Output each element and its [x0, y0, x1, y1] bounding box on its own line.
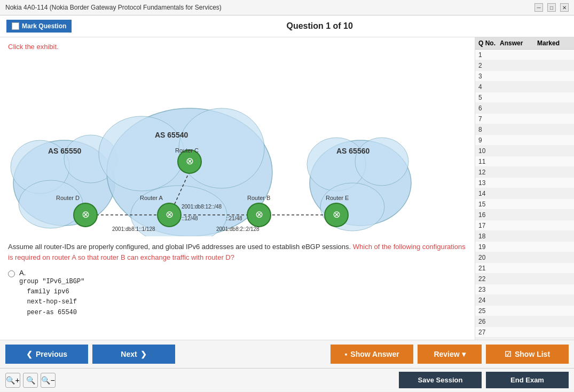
sidebar-qno: 3: [478, 73, 500, 80]
sidebar-header: Q No. Answer Marked: [475, 37, 574, 50]
sidebar-qno: 24: [478, 297, 500, 304]
sidebar-qno: 19: [478, 243, 500, 251]
sidebar-qno: 4: [478, 83, 500, 91]
show-list-label: Show List: [515, 350, 550, 358]
minimize-button[interactable]: ─: [534, 3, 543, 12]
sidebar-qno: 23: [478, 286, 500, 293]
sidebar-row[interactable]: 11: [475, 156, 574, 167]
sidebar-row[interactable]: 19: [475, 242, 574, 252]
question-title: Question 1 of 10: [72, 21, 568, 31]
sidebar-row[interactable]: 22: [475, 274, 574, 284]
sidebar-qno: 11: [478, 158, 500, 165]
close-button[interactable]: ✕: [560, 3, 569, 12]
sidebar-qno: 10: [478, 147, 500, 155]
sidebar-row[interactable]: 5: [475, 92, 574, 103]
sidebar-row[interactable]: 7: [475, 114, 574, 124]
sidebar-col-answer: Answer: [500, 39, 537, 47]
sidebar-qno: 12: [478, 169, 500, 176]
save-session-button[interactable]: Save Session: [399, 372, 482, 388]
sidebar-col-qno: Q No.: [478, 39, 500, 47]
main-container: ✔ Mark Question Question 1 of 10 Click t…: [0, 15, 574, 391]
svg-text:AS 65540: AS 65540: [155, 131, 188, 139]
sidebar-qno: 18: [478, 233, 500, 240]
show-list-button[interactable]: ☑ Show List: [486, 345, 569, 364]
svg-text:2001:db8:12::/48: 2001:db8:12::/48: [182, 204, 222, 210]
radio-a[interactable]: [8, 270, 15, 277]
sidebar-qno: 27: [478, 329, 500, 336]
svg-text:Router C: Router C: [175, 147, 199, 154]
sidebar-row[interactable]: 14: [475, 188, 574, 199]
prev-chevron-icon: ❮: [26, 350, 33, 358]
zoom-controls: 🔍+ 🔍 🔍−: [5, 373, 395, 388]
sidebar-qno: 13: [478, 179, 500, 187]
sidebar-row[interactable]: 12: [475, 167, 574, 178]
sidebar-qno: 7: [478, 115, 500, 123]
review-button[interactable]: Review ▾: [418, 345, 482, 364]
sidebar-qno: 1: [478, 51, 500, 59]
review-dropdown-icon: ▾: [462, 350, 466, 358]
mark-question-label: Mark Question: [22, 22, 66, 30]
sidebar-row[interactable]: 13: [475, 178, 574, 188]
maximize-button[interactable]: □: [547, 3, 556, 12]
sidebar-row[interactable]: 15: [475, 199, 574, 210]
svg-text:Router E: Router E: [326, 195, 349, 201]
next-button[interactable]: Next ❯: [92, 345, 175, 364]
sidebar-qno: 9: [478, 137, 500, 144]
highlight-text: Which of the following configurations is…: [8, 243, 466, 261]
sidebar-row[interactable]: 3: [475, 71, 574, 82]
svg-text:::21/48: ::21/48: [226, 215, 242, 221]
sidebar-qno: 5: [478, 94, 500, 101]
previous-label: Previous: [36, 350, 67, 358]
sidebar-row[interactable]: 6: [475, 103, 574, 114]
sidebar-row[interactable]: 18: [475, 231, 574, 242]
option-letter-a: A.: [19, 269, 26, 277]
sidebar-row[interactable]: 17: [475, 220, 574, 231]
next-label: Next: [121, 350, 137, 358]
sidebar-row[interactable]: 23: [475, 284, 574, 295]
sidebar-row[interactable]: 1: [475, 50, 574, 60]
title-bar: Nokia 4A0-114 (Nokia Border Gateway Prot…: [0, 0, 574, 15]
sidebar-qno: 8: [478, 126, 500, 133]
sidebar-row[interactable]: 21: [475, 263, 574, 274]
svg-text:Router A: Router A: [140, 195, 163, 201]
svg-point-12: [355, 138, 408, 186]
mark-question-button[interactable]: ✔ Mark Question: [6, 20, 72, 33]
sidebar-row[interactable]: 27: [475, 327, 574, 338]
sidebar-row[interactable]: 16: [475, 210, 574, 220]
question-text-content: Assume all router-IDs are properly confi…: [8, 243, 466, 261]
sidebar-panel[interactable]: Q No. Answer Marked 1 2 3 4 5 6: [475, 37, 574, 340]
content-area: Click the exhibit. AS 65550 AS 65540: [0, 37, 574, 340]
checkbox-icon: ✔: [12, 22, 19, 30]
sidebar-col-marked: Marked: [537, 39, 569, 47]
svg-text:⊗: ⊗: [82, 209, 90, 220]
top-bar: ✔ Mark Question Question 1 of 10: [0, 15, 574, 37]
sidebar-row[interactable]: 2: [475, 60, 574, 71]
sidebar-qno: 20: [478, 254, 500, 261]
previous-button[interactable]: ❮ Previous: [5, 345, 88, 364]
show-answer-label: Show Answer: [350, 350, 399, 358]
end-exam-button[interactable]: End Exam: [486, 372, 569, 388]
svg-text:⊗: ⊗: [166, 209, 174, 220]
sidebar-row[interactable]: 25: [475, 306, 574, 316]
zoom-normal-button[interactable]: 🔍: [23, 373, 38, 388]
svg-text:Router D: Router D: [56, 195, 80, 201]
svg-text:AS 65560: AS 65560: [336, 147, 369, 155]
sidebar-row[interactable]: 20: [475, 252, 574, 263]
zoom-in-button[interactable]: 🔍+: [5, 373, 20, 388]
sidebar-row[interactable]: 26: [475, 316, 574, 327]
code-block-a: group "IPv6_iBGP" family ipv6 next-hop-s…: [19, 277, 84, 318]
svg-text:2001:db8:1::1/128: 2001:db8:1::1/128: [112, 226, 155, 232]
zoom-out-button[interactable]: 🔍−: [41, 373, 56, 388]
sidebar-qno: 26: [478, 318, 500, 325]
sidebar-qno: 2: [478, 62, 500, 69]
sidebar-row[interactable]: 4: [475, 82, 574, 92]
svg-text:⊗: ⊗: [186, 156, 194, 166]
sidebar-row[interactable]: 24: [475, 295, 574, 306]
exhibit-instruction: Click the exhibit.: [8, 43, 467, 51]
show-list-checkbox-icon: ☑: [505, 350, 512, 358]
show-answer-button[interactable]: ▪ Show Answer: [331, 345, 413, 364]
window-controls: ─ □ ✕: [534, 3, 569, 12]
sidebar-row[interactable]: 9: [475, 135, 574, 146]
sidebar-row[interactable]: 10: [475, 146, 574, 156]
sidebar-row[interactable]: 8: [475, 124, 574, 135]
